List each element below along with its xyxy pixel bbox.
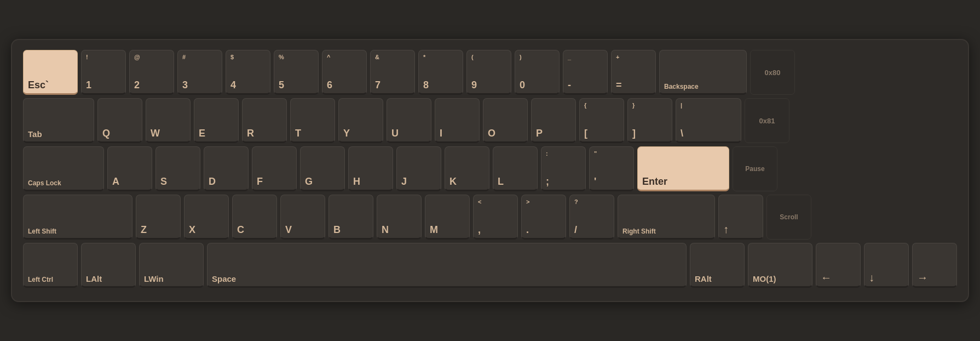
key-mo1[interactable]: MO(1) bbox=[748, 243, 812, 288]
key-6[interactable]: ^ 6 bbox=[322, 50, 367, 95]
key-semicolon[interactable]: : ; bbox=[541, 146, 586, 191]
key-space[interactable]: Space bbox=[207, 243, 687, 288]
key-e[interactable]: E bbox=[194, 98, 239, 143]
key-8[interactable]: * 8 bbox=[418, 50, 463, 95]
key-equals[interactable]: + = bbox=[611, 50, 656, 95]
key-s[interactable]: S bbox=[155, 146, 200, 191]
key-0x81: 0x81 bbox=[745, 98, 789, 143]
key-backspace[interactable]: Backspace bbox=[659, 50, 747, 95]
key-i[interactable]: I bbox=[435, 98, 480, 143]
key-x[interactable]: X bbox=[184, 195, 229, 240]
key-up-arrow[interactable]: ↑ bbox=[718, 195, 763, 240]
key-l[interactable]: L bbox=[493, 146, 538, 191]
key-d[interactable]: D bbox=[204, 146, 249, 191]
key-j[interactable]: J bbox=[396, 146, 441, 191]
key-q[interactable]: Q bbox=[97, 98, 142, 143]
key-enter[interactable]: Enter bbox=[637, 146, 729, 191]
key-h[interactable]: H bbox=[348, 146, 393, 191]
key-period[interactable]: > . bbox=[521, 195, 566, 240]
key-y[interactable]: Y bbox=[338, 98, 383, 143]
key-c[interactable]: C bbox=[232, 195, 277, 240]
key-lbracket[interactable]: { [ bbox=[579, 98, 624, 143]
keyboard-row-3: Caps Lock A S D F G H J K L : ; " ' Ente… bbox=[23, 146, 957, 191]
key-esc[interactable]: Esc` bbox=[23, 50, 78, 95]
key-lalt[interactable]: LAlt bbox=[81, 243, 136, 288]
key-0[interactable]: ) 0 bbox=[515, 50, 560, 95]
key-comma[interactable]: < , bbox=[473, 195, 518, 240]
keyboard-row-5: Left Ctrl LAlt LWin Space RAlt MO(1) ← ↓… bbox=[23, 243, 957, 288]
key-f[interactable]: F bbox=[252, 146, 297, 191]
key-left-arrow[interactable]: ← bbox=[816, 243, 861, 288]
key-capslock[interactable]: Caps Lock bbox=[23, 146, 104, 191]
key-0x80: 0x80 bbox=[750, 50, 795, 95]
key-r[interactable]: R bbox=[242, 98, 287, 143]
key-down-arrow[interactable]: ↓ bbox=[864, 243, 909, 288]
key-esc-label: Esc` bbox=[28, 80, 49, 90]
key-g[interactable]: G bbox=[300, 146, 345, 191]
key-slash[interactable]: ? / bbox=[569, 195, 614, 240]
key-2[interactable]: @ 2 bbox=[129, 50, 174, 95]
keyboard-row-1: Esc` ! 1 @ 2 # 3 $ 4 % 5 ^ 6 & 7 bbox=[23, 50, 957, 95]
key-5[interactable]: % 5 bbox=[274, 50, 319, 95]
key-tab[interactable]: Tab bbox=[23, 98, 94, 143]
key-p[interactable]: P bbox=[531, 98, 576, 143]
key-3[interactable]: # 3 bbox=[177, 50, 222, 95]
key-quote[interactable]: " ' bbox=[589, 146, 634, 191]
key-ralt[interactable]: RAlt bbox=[690, 243, 745, 288]
key-lwin[interactable]: LWin bbox=[139, 243, 204, 288]
key-n[interactable]: N bbox=[377, 195, 422, 240]
key-o[interactable]: O bbox=[483, 98, 528, 143]
key-right-arrow[interactable]: → bbox=[912, 243, 957, 288]
key-z[interactable]: Z bbox=[136, 195, 181, 240]
keyboard-row-2: Tab Q W E R T Y U I O P { [ } ] | \ 0x81 bbox=[23, 98, 957, 143]
key-v[interactable]: V bbox=[280, 195, 325, 240]
keyboard-row-4: Left Shift Z X C V B N M < , > . ? / Rig… bbox=[23, 195, 957, 240]
key-a[interactable]: A bbox=[107, 146, 152, 191]
key-u[interactable]: U bbox=[387, 98, 431, 143]
key-t[interactable]: T bbox=[290, 98, 335, 143]
key-right-shift[interactable]: Right Shift bbox=[618, 195, 715, 240]
key-backslash[interactable]: | \ bbox=[676, 98, 741, 143]
key-minus[interactable]: _ - bbox=[563, 50, 608, 95]
key-m[interactable]: M bbox=[425, 195, 470, 240]
key-pause: Pause bbox=[733, 146, 777, 191]
key-k[interactable]: K bbox=[445, 146, 489, 191]
key-rbracket[interactable]: } ] bbox=[627, 98, 672, 143]
key-b[interactable]: B bbox=[328, 195, 373, 240]
key-w[interactable]: W bbox=[146, 98, 191, 143]
key-9[interactable]: ( 9 bbox=[466, 50, 511, 95]
keyboard: Esc` ! 1 @ 2 # 3 $ 4 % 5 ^ 6 & 7 bbox=[11, 39, 969, 302]
key-left-ctrl[interactable]: Left Ctrl bbox=[23, 243, 78, 288]
key-7[interactable]: & 7 bbox=[370, 50, 415, 95]
key-scroll: Scroll bbox=[766, 195, 811, 240]
key-4[interactable]: $ 4 bbox=[226, 50, 270, 95]
key-left-shift[interactable]: Left Shift bbox=[23, 195, 132, 240]
key-1[interactable]: ! 1 bbox=[81, 50, 126, 95]
